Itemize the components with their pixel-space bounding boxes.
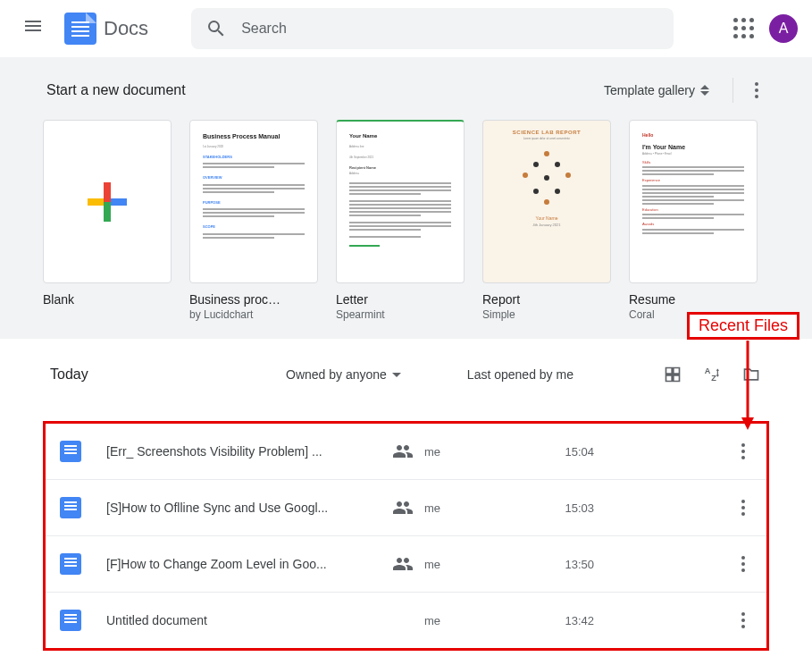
template-subtitle: Simple [482, 308, 611, 321]
docs-file-icon [60, 610, 81, 631]
logo-area[interactable]: Docs [64, 13, 148, 45]
owner-filter-label: Owned by anyone [286, 367, 387, 382]
file-name: Untitled document [106, 613, 392, 627]
svg-text:A: A [705, 366, 711, 375]
file-name: [S]How to Oflline Sync and Use Googl... [106, 501, 392, 515]
annotation-arrow-icon [739, 341, 757, 430]
divider [732, 78, 733, 103]
search-input[interactable] [241, 21, 659, 37]
file-time: 13:50 [505, 558, 594, 571]
shared-icon [392, 441, 414, 462]
template-letter[interactable]: Your Name Address line 4th September 202… [336, 120, 465, 321]
sort-button[interactable]: AZ [701, 364, 723, 385]
template-thumb: Your Name Address line 4th September 202… [336, 120, 465, 283]
template-thumb-blank [43, 120, 172, 283]
svg-text:Z: Z [711, 374, 716, 383]
file-name: [Err_ Screenshots Visibility Problem] ..… [106, 444, 392, 459]
docs-logo-icon [64, 13, 96, 45]
template-name: Business proc… [189, 292, 318, 307]
file-owner: me [424, 558, 505, 571]
file-row[interactable]: [F]How to Change Zoom Level in Goo...me1… [46, 536, 766, 593]
app-header: Docs A [0, 0, 812, 57]
file-more-button[interactable] [734, 492, 752, 523]
shared-icon [392, 497, 414, 518]
sort-az-icon: AZ [702, 366, 722, 383]
search-box[interactable] [191, 8, 674, 49]
file-time: 15:04 [505, 445, 594, 459]
search-icon [205, 18, 227, 39]
app-name: Docs [104, 17, 148, 40]
template-name: Blank [43, 292, 172, 307]
file-row[interactable]: Untitled documentme13:42 [46, 593, 766, 648]
template-name: Letter [336, 292, 465, 307]
file-time: 15:03 [505, 501, 594, 515]
file-owner: me [424, 501, 505, 515]
svg-marker-1 [741, 417, 754, 430]
owner-filter-dropdown[interactable]: Owned by anyone [286, 367, 401, 382]
file-more-button[interactable] [734, 549, 752, 579]
template-resume[interactable]: Hello I'm Your Name Address • Phone • Em… [629, 120, 758, 321]
template-more-button[interactable] [748, 75, 766, 105]
grid-icon [664, 366, 682, 383]
recent-header: Today Owned by anyone Last opened by me … [43, 353, 769, 396]
grid-view-button[interactable] [662, 364, 683, 385]
template-header: Start a new document Template gallery [43, 75, 769, 105]
template-controls: Template gallery [595, 75, 766, 105]
account-avatar[interactable]: A [769, 14, 798, 43]
file-row[interactable]: [Err_ Screenshots Visibility Problem] ..… [46, 424, 766, 480]
template-blank[interactable]: Blank [43, 120, 172, 321]
template-name: Resume [629, 292, 758, 307]
recent-section: Today Owned by anyone Last opened by me … [0, 339, 812, 665]
file-more-button[interactable] [734, 436, 752, 467]
file-more-button[interactable] [734, 605, 752, 636]
template-gallery-label: Template gallery [604, 83, 695, 97]
template-subtitle: Spearmint [336, 308, 465, 321]
annotation-label: Recent Files [687, 312, 799, 340]
template-thumb: Business Process Manual 1st January 2020… [189, 120, 318, 283]
file-list: [Err_ Screenshots Visibility Problem] ..… [43, 421, 769, 651]
file-time: 13:42 [505, 614, 594, 627]
file-row[interactable]: [S]How to Oflline Sync and Use Googl...m… [46, 480, 766, 536]
template-section: Start a new document Template gallery Bl… [0, 57, 812, 339]
file-owner: me [424, 614, 505, 627]
docs-file-icon [60, 497, 81, 518]
sort-label[interactable]: Last opened by me [467, 367, 573, 382]
template-business-process[interactable]: Business Process Manual 1st January 2020… [189, 120, 318, 321]
shared-icon [392, 553, 414, 575]
docs-file-icon [60, 553, 81, 575]
template-report[interactable]: SCIENCE LAB REPORT Lorem ipsum dolor sit… [482, 120, 611, 321]
template-gallery-button[interactable]: Template gallery [595, 78, 718, 103]
template-name: Report [482, 292, 611, 307]
plus-icon [88, 182, 127, 222]
template-thumb: SCIENCE LAB REPORT Lorem ipsum dolor sit… [482, 120, 611, 283]
template-list: Blank Business Process Manual 1st Januar… [43, 120, 769, 321]
template-section-title: Start a new document [46, 82, 186, 98]
main-menu-button[interactable] [14, 7, 57, 50]
unfold-icon [700, 85, 709, 96]
hamburger-icon [25, 18, 46, 39]
file-owner: me [424, 445, 505, 459]
docs-file-icon [60, 441, 81, 462]
header-right: A [733, 14, 798, 43]
recent-group-label: Today [50, 366, 264, 383]
template-thumb: Hello I'm Your Name Address • Phone • Em… [629, 120, 758, 283]
google-apps-icon[interactable] [733, 18, 755, 39]
file-name: [F]How to Change Zoom Level in Goo... [106, 557, 392, 571]
template-subtitle: by Lucidchart [189, 308, 318, 321]
